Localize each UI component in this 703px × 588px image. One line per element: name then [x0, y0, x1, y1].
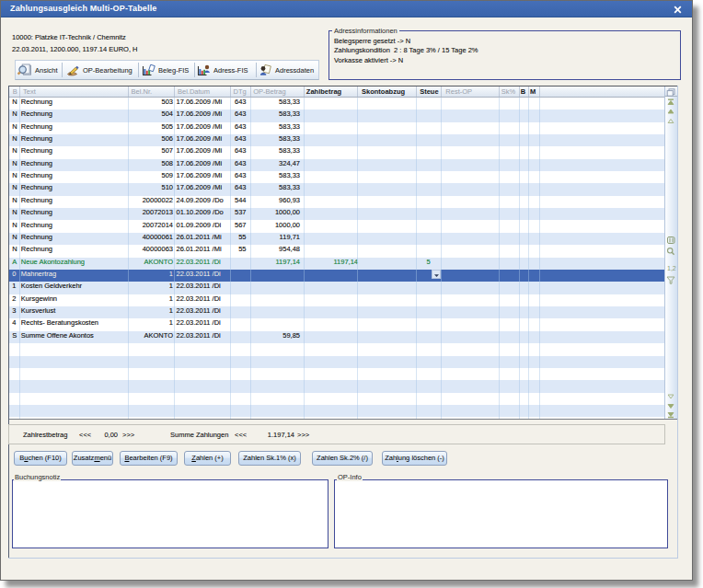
svg-text:1,2: 1,2 — [667, 265, 676, 271]
